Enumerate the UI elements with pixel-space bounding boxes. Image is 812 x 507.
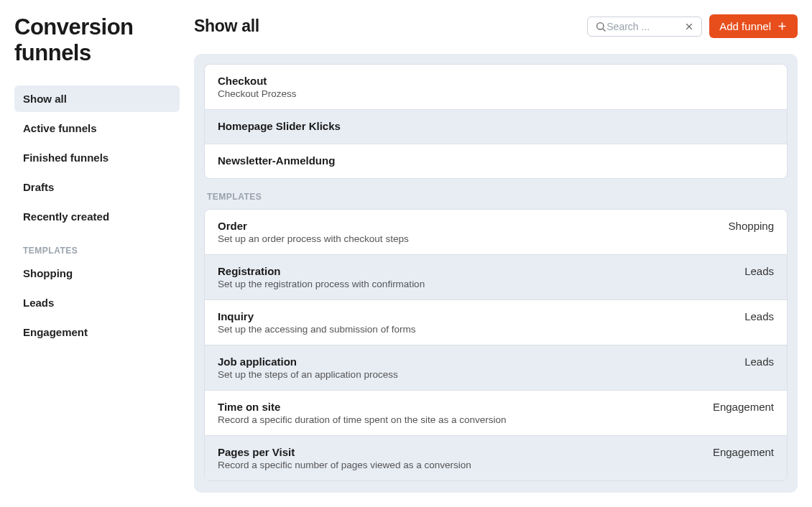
page-title: Conversion funnels: [14, 14, 180, 65]
search-box[interactable]: [587, 17, 702, 37]
sidebar-section-label-templates: TEMPLATES: [14, 238, 180, 260]
content-panel: Checkout Checkout Prozess Homepage Slide…: [194, 54, 798, 493]
template-category: Leads: [730, 310, 774, 322]
sidebar-item-engagement[interactable]: Engagement: [14, 319, 180, 345]
plus-icon: [777, 21, 788, 32]
template-category: Engagement: [698, 401, 774, 413]
template-title: Registration: [218, 265, 730, 277]
template-title: Pages per Visit: [218, 446, 698, 458]
template-title: Time on site: [218, 401, 698, 413]
templates-list: Order Set up an order process with check…: [204, 209, 788, 481]
add-funnel-label: Add funnel: [719, 20, 771, 32]
funnel-title: Checkout: [218, 75, 774, 87]
clear-icon[interactable]: [684, 22, 694, 32]
template-subtitle: Record a specific duration of time spent…: [218, 414, 698, 425]
header-actions: Add funnel: [587, 14, 798, 38]
template-row[interactable]: Time on site Record a specific duration …: [205, 391, 787, 436]
sidebar-item-recently-created[interactable]: Recently created: [14, 203, 180, 230]
template-title: Job application: [218, 355, 730, 368]
template-category: Shopping: [714, 220, 774, 232]
template-category: Leads: [730, 265, 774, 277]
funnel-row[interactable]: Newsletter-Anmeldung: [205, 144, 787, 178]
header: Show all Add funnel: [194, 14, 798, 38]
funnels-list: Checkout Checkout Prozess Homepage Slide…: [204, 64, 788, 179]
search-input[interactable]: [606, 21, 684, 32]
sidebar-item-drafts[interactable]: Drafts: [14, 174, 180, 200]
sidebar-item-leads[interactable]: Leads: [14, 289, 180, 316]
svg-line-1: [603, 29, 605, 31]
templates-section-label: TEMPLATES: [204, 179, 788, 209]
template-title: Inquiry: [218, 310, 730, 322]
template-subtitle: Set up the registration process with con…: [218, 279, 730, 289]
template-row[interactable]: Job application Set up the steps of an a…: [205, 345, 787, 391]
add-funnel-button[interactable]: Add funnel: [709, 14, 798, 38]
header-title: Show all: [194, 17, 259, 36]
funnel-subtitle: Checkout Prozess: [218, 88, 774, 99]
funnel-row[interactable]: Checkout Checkout Prozess: [205, 65, 787, 110]
template-subtitle: Record a specific number of pages viewed…: [218, 460, 698, 470]
template-category: Engagement: [698, 446, 774, 458]
funnel-row[interactable]: Homepage Slider Klicks: [205, 110, 787, 144]
funnel-title: Homepage Slider Klicks: [218, 120, 774, 132]
template-subtitle: Set up an order process with checkout st…: [218, 233, 714, 244]
sidebar-item-finished-funnels[interactable]: Finished funnels: [14, 144, 180, 171]
template-row[interactable]: Registration Set up the registration pro…: [205, 255, 787, 300]
sidebar-item-active-funnels[interactable]: Active funnels: [14, 115, 180, 141]
template-subtitle: Set up the accessing and submission of f…: [218, 324, 730, 335]
funnel-title: Newsletter-Anmeldung: [218, 154, 774, 167]
sidebar-item-show-all[interactable]: Show all: [14, 85, 180, 112]
main: Show all Add funnel: [194, 14, 798, 493]
search-icon: [595, 21, 606, 32]
sidebar-item-shopping[interactable]: Shopping: [14, 260, 180, 287]
template-row[interactable]: Pages per Visit Record a specific number…: [205, 436, 787, 480]
template-row[interactable]: Inquiry Set up the accessing and submiss…: [205, 300, 787, 345]
svg-point-0: [597, 22, 604, 29]
sidebar: Conversion funnels Show all Active funne…: [14, 14, 194, 493]
sidebar-nav: Show all Active funnels Finished funnels…: [14, 85, 180, 345]
template-row[interactable]: Order Set up an order process with check…: [205, 210, 787, 255]
template-subtitle: Set up the steps of an application proce…: [218, 369, 730, 380]
template-category: Leads: [730, 355, 774, 368]
template-title: Order: [218, 220, 714, 232]
